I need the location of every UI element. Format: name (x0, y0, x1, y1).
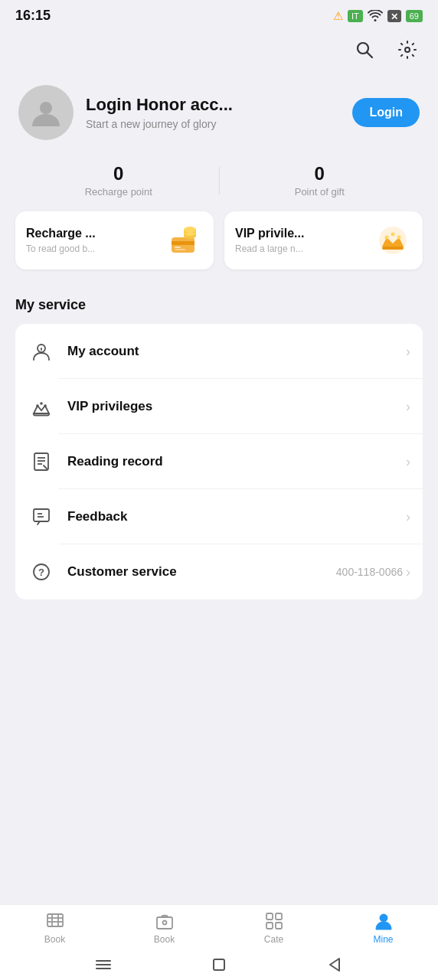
status-bar: 16:15 ⚠ IT ✕ 69 (0, 0, 438, 28)
home-button[interactable] (209, 955, 229, 975)
svg-rect-7 (172, 241, 194, 245)
chevron-icon: › (406, 344, 410, 360)
svg-point-12 (184, 227, 196, 233)
signal-x-icon: ✕ (387, 10, 401, 22)
recharge-card-subtitle: To read good b... (26, 243, 165, 254)
svg-point-42 (162, 921, 166, 925)
vip-card-text: VIP privile... Read a large n... (235, 227, 374, 254)
customer-service-label: Customer service (67, 564, 336, 580)
book-icon (45, 911, 65, 931)
profile-section: Login Honor acc... Start a new journey o… (0, 73, 438, 155)
settings-button[interactable] (392, 34, 423, 65)
svg-point-47 (380, 914, 387, 922)
vip-privileges-icon (28, 393, 55, 420)
customer-service-icon: ? (28, 558, 55, 586)
customer-service-item[interactable]: ? Customer service 400-118-0066 › (15, 544, 423, 599)
vip-privileges-label: VIP privileges (67, 399, 406, 414)
svg-text:✕: ✕ (391, 11, 398, 22)
svg-rect-41 (157, 917, 172, 929)
svg-rect-13 (175, 247, 181, 248)
chevron-icon: › (406, 564, 410, 580)
profile-subtitle: Start a new journey of glory (86, 118, 340, 130)
svg-marker-22 (34, 406, 49, 413)
svg-point-15 (379, 227, 407, 254)
profile-info: Login Honor acc... Start a new journey o… (86, 95, 340, 130)
menu-icon (95, 959, 112, 971)
chevron-icon: › (406, 509, 410, 525)
vip-card-icon (374, 224, 412, 257)
recharge-icon (165, 224, 202, 257)
nav-shop-label: Book (154, 934, 175, 945)
service-title: My service (15, 292, 423, 324)
reading-record-item[interactable]: Reading record › (15, 434, 423, 489)
svg-rect-45 (266, 923, 273, 929)
back-icon (328, 957, 341, 972)
nav-cate-label: Cate (264, 934, 283, 945)
nav-book[interactable]: Book (0, 911, 110, 945)
svg-marker-52 (330, 959, 339, 971)
my-account-label: My account (67, 344, 406, 359)
vip-card-title: VIP privile... (235, 227, 374, 240)
nav-cate[interactable]: Cate (219, 911, 328, 945)
status-time: 16:15 (15, 8, 51, 24)
battery-indicator: 69 (406, 10, 423, 22)
svg-point-25 (40, 402, 43, 405)
avatar (18, 85, 74, 140)
recharge-card-text: Recharge ... To read good b... (26, 227, 165, 254)
service-list: My account › VIP privileges › (15, 324, 423, 599)
mine-icon (374, 911, 394, 931)
svg-rect-36 (47, 914, 63, 926)
chevron-icon: › (406, 399, 410, 415)
feedback-item[interactable]: Feedback › (15, 489, 423, 544)
chevron-icon: › (406, 454, 410, 470)
vip-card-subtitle: Read a large n... (235, 243, 374, 254)
reading-record-icon (28, 448, 55, 475)
svg-rect-51 (214, 959, 224, 970)
cards-section: Recharge ... To read good b... (0, 211, 438, 285)
menu-button[interactable] (93, 955, 113, 975)
vip-privileges-item[interactable]: VIP privileges › (15, 379, 423, 434)
wifi-icon (368, 10, 383, 22)
feedback-label: Feedback (67, 509, 406, 524)
gift-label: Point of gift (220, 186, 420, 198)
svg-rect-23 (34, 413, 49, 416)
recharge-points: 0 Recharge point (18, 163, 219, 198)
reading-record-label: Reading record (67, 454, 406, 469)
gift-points: 0 Point of gift (220, 163, 420, 198)
svg-point-20 (397, 236, 401, 240)
shop-icon (155, 911, 175, 931)
status-icons: ⚠ IT ✕ 69 (333, 9, 423, 23)
nav-book-label: Book (44, 934, 65, 945)
app-icon: IT (348, 10, 363, 22)
svg-point-24 (36, 404, 39, 407)
search-icon (355, 40, 374, 60)
recharge-card-title: Recharge ... (26, 227, 165, 240)
svg-point-19 (391, 233, 395, 237)
system-nav (0, 949, 438, 980)
service-section: My service My account › (0, 285, 438, 599)
nav-shop[interactable]: Book (110, 911, 219, 945)
svg-text:?: ? (38, 567, 44, 578)
recharge-card-icon (165, 224, 203, 257)
settings-icon (397, 40, 417, 60)
recharge-value: 0 (18, 163, 219, 185)
profile-title: Login Honor acc... (86, 95, 340, 115)
svg-rect-44 (276, 913, 282, 920)
svg-rect-17 (382, 247, 404, 250)
avatar-icon (29, 96, 63, 129)
customer-service-phone: 400-118-0066 (336, 566, 403, 578)
login-button[interactable]: Login (352, 98, 420, 127)
svg-rect-46 (276, 923, 282, 929)
my-account-item[interactable]: My account › (15, 324, 423, 379)
vip-icon (376, 224, 410, 257)
cate-icon (264, 911, 284, 931)
svg-point-26 (44, 404, 47, 407)
points-section: 0 Recharge point 0 Point of gift (18, 155, 420, 211)
search-button[interactable] (349, 34, 380, 65)
feedback-icon (28, 503, 55, 531)
svg-point-5 (40, 102, 52, 114)
vip-card[interactable]: VIP privile... Read a large n... (224, 211, 423, 270)
recharge-card[interactable]: Recharge ... To read good b... (15, 211, 214, 270)
back-button[interactable] (325, 955, 345, 975)
nav-mine[interactable]: Mine (328, 911, 438, 945)
